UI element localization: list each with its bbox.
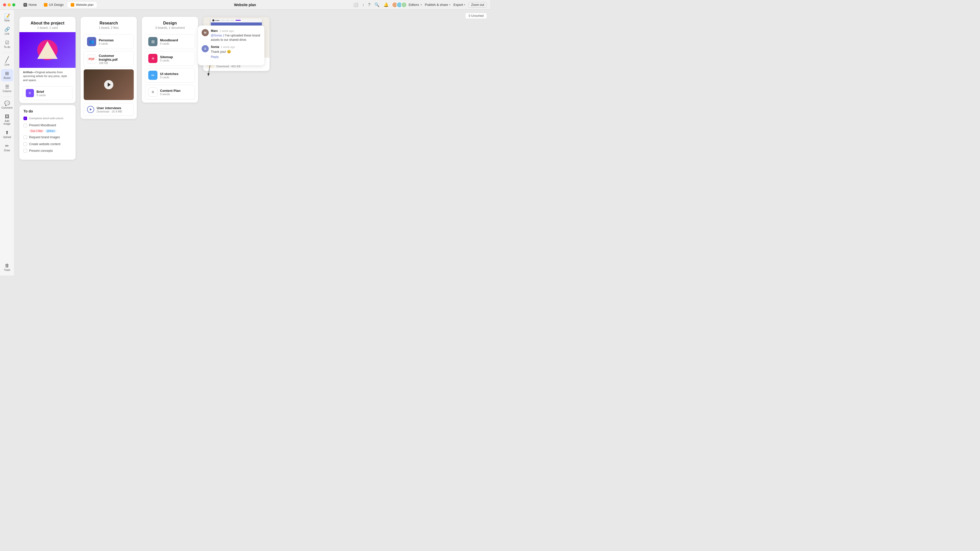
todo-check-2[interactable] xyxy=(24,124,27,127)
sidebar-item-link[interactable]: 🔗 Link xyxy=(1,25,13,37)
trash-icon: 🗑 xyxy=(5,263,10,268)
sonia-thanks: Thank you! xyxy=(211,50,227,54)
user-interviews-item[interactable]: User interviews Download · 16.9 MB xyxy=(84,103,134,116)
design-items: ⊞ Moodboard 0 cards ✳ Sitemap xyxy=(142,32,198,103)
sidebar-add-image-label: Add image xyxy=(3,120,12,125)
sidebar-todo-label: To-do xyxy=(4,46,10,48)
search-icon[interactable]: 🔍 xyxy=(374,2,380,7)
ui-sketches-item[interactable]: ✏ UI sketches 0 cards xyxy=(145,68,195,83)
device-icon[interactable]: ⬜ xyxy=(353,2,358,7)
marc-name: Marc xyxy=(211,29,218,33)
about-description: ArtHub—Original artworks from upcoming a… xyxy=(19,68,76,84)
minimize-button[interactable] xyxy=(8,3,11,6)
marc-avatar: M xyxy=(202,29,209,36)
about-project-card: About the project 1 board, 1 card ArtHub… xyxy=(19,17,76,103)
research-title: Research xyxy=(86,21,132,25)
personas-text: Personas 0 cards xyxy=(99,38,114,45)
todo-check-4[interactable] xyxy=(24,142,27,146)
todo-item-4: Create website content xyxy=(24,142,72,146)
mockup-accent xyxy=(235,20,241,21)
mockup-nav xyxy=(221,20,241,21)
todo-title: To do xyxy=(24,109,72,113)
sidebar-trash-label: Trash xyxy=(4,268,10,272)
sidebar-item-comment[interactable]: 💬 Comment xyxy=(1,99,13,111)
publish-chevron-icon: ▾ xyxy=(449,3,450,6)
sidebar-item-board[interactable]: ⊞ Board xyxy=(1,69,13,81)
sidebar-item-line[interactable]: ╱ Line xyxy=(1,55,13,68)
todo-item-4-text: Create website content xyxy=(29,142,60,146)
sitemap-sub: 0 cards xyxy=(160,59,173,62)
sonia-comment-text: Thank you! 😊 xyxy=(211,49,235,54)
personas-title: Personas xyxy=(99,38,114,42)
design-header: Design 3 boards, 1 document xyxy=(142,17,198,32)
todo-check-5[interactable] xyxy=(24,149,27,152)
todo-item-2: Present Moodboard Due 3 Mar @Marc xyxy=(24,123,72,133)
comment-bubble: M Marc 1 week ago @Sonia J I've uploaded… xyxy=(198,25,264,65)
tab-ux-design[interactable]: UX Design xyxy=(41,2,67,8)
traffic-lights xyxy=(3,3,15,6)
todo-check-3[interactable] xyxy=(24,135,27,139)
titlebar: M Home UX Design Website plan Website pl… xyxy=(0,0,490,10)
brief-text: Brief 0 cards xyxy=(37,90,46,97)
sonia-comment-header: Sonia 1 week ago xyxy=(211,45,235,49)
sitemap-item[interactable]: ✳ Sitemap 0 cards xyxy=(145,51,195,66)
sonia-comment-body: Sonia 1 week ago Thank you! 😊 Reply xyxy=(211,45,235,59)
todo-item-1: Complete brief with client xyxy=(24,116,72,121)
tab-website-plan[interactable]: Website plan xyxy=(68,2,97,8)
about-project-column: About the project 1 board, 1 card ArtHub… xyxy=(19,17,76,160)
editors-chevron-icon: ▾ xyxy=(421,3,422,6)
todo-item-5: Present concepts xyxy=(24,149,72,153)
sitemap-icon: ✳ xyxy=(148,54,158,63)
research-items: 👥 Personas 0 cards PDF Customer Insights… xyxy=(81,32,137,103)
sitemap-title: Sitemap xyxy=(160,55,173,59)
draw-icon: ✏ xyxy=(5,144,9,148)
todo-check-1[interactable] xyxy=(24,117,27,120)
publish-share-button[interactable]: Publish & share ▾ xyxy=(425,3,450,6)
notification-count: 1 xyxy=(363,3,364,6)
todo-tag-due: Due 3 Mar xyxy=(29,129,44,133)
sidebar-item-trash[interactable]: 🗑 Trash xyxy=(1,261,13,273)
research-card: Research 1 board, 2 files 👥 Personas 0 c… xyxy=(81,17,137,119)
user-interviews-download[interactable]: Download · 16.9 MB xyxy=(97,110,122,113)
sidebar-divider-1 xyxy=(3,52,12,53)
sidebar-item-column[interactable]: ☰ Column xyxy=(1,83,13,95)
help-icon[interactable]: ? xyxy=(368,3,370,7)
sidebar-item-upload[interactable]: ⬆ Upload xyxy=(1,128,13,141)
sidebar-item-add-image[interactable]: 🖼 Add image xyxy=(1,112,13,127)
pdf-item[interactable]: PDF Customer Insights.pdf 188 KB xyxy=(84,51,134,67)
play-triangle-icon xyxy=(108,83,111,87)
play-button[interactable] xyxy=(104,80,113,89)
sidebar-comment-label: Comment xyxy=(2,106,13,109)
close-button[interactable] xyxy=(3,3,6,6)
upload-icon: ⬆ xyxy=(5,130,9,135)
design-title: Design xyxy=(147,21,193,25)
personas-icon: 👥 xyxy=(87,37,96,46)
maximize-button[interactable] xyxy=(12,3,15,6)
todo-item-1-text: Complete brief with client xyxy=(29,116,63,121)
about-desc-bold: ArtHub— xyxy=(23,71,35,74)
sidebar-item-draw[interactable]: ✏ Draw xyxy=(1,141,13,154)
video-thumbnail[interactable] xyxy=(84,69,134,100)
todo-icon: ☑ xyxy=(5,40,9,45)
sidebar-item-note[interactable]: 📝 Note xyxy=(1,12,13,24)
note-icon: 📝 xyxy=(4,14,10,18)
tab-home[interactable]: M Home xyxy=(21,2,40,8)
brief-card[interactable]: ≡ Brief 0 cards xyxy=(22,86,73,100)
todo-item-3: Request brand images xyxy=(24,135,72,140)
sidebar-line-label: Line xyxy=(5,63,10,66)
moodboard-item[interactable]: ⊞ Moodboard 0 cards xyxy=(145,34,195,49)
sidebar-item-todo[interactable]: ☑ To-do xyxy=(1,38,13,51)
page-title: Website plan xyxy=(234,3,256,7)
comment-icon: 💬 xyxy=(4,101,10,106)
reply-button[interactable]: Reply xyxy=(211,55,235,59)
about-project-image xyxy=(19,32,76,68)
editors-button[interactable]: Editors ▾ xyxy=(392,2,422,8)
research-header: Research 1 board, 2 files xyxy=(81,17,137,32)
bell-icon[interactable]: 🔔 xyxy=(383,2,389,7)
personas-item[interactable]: 👥 Personas 0 cards xyxy=(84,34,134,49)
main-container: 📝 Note 🔗 Link ☑ To-do ╱ Line ⊞ Board ☰ C… xyxy=(0,10,490,275)
zoom-out-button[interactable]: Zoom out xyxy=(468,2,487,8)
sidebar-link-label: Link xyxy=(5,32,9,35)
content-plan-item[interactable]: ≡ Content Plan 0 words xyxy=(145,85,195,100)
export-button[interactable]: Export ▾ xyxy=(453,3,466,6)
